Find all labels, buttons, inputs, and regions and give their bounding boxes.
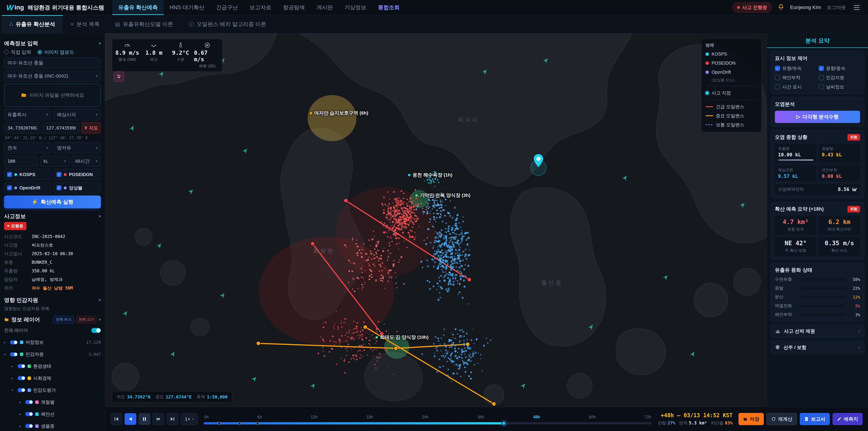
layer-row-seasonal[interactable]: ▸계절별 (4, 397, 101, 407)
layer-toggle[interactable] (25, 412, 33, 416)
polygon-analysis-button[interactable]: ▷다각형 분석수행 (775, 111, 860, 123)
layers-all-off-button[interactable]: 전체 끄기 (76, 316, 96, 324)
timeline-track[interactable] (204, 422, 652, 425)
collapse-icon[interactable]: ▾ (12, 388, 16, 392)
checkbox-shoreline[interactable]: 해안부착 (775, 74, 816, 81)
timeline-event-marker[interactable] (256, 422, 259, 425)
layer-toggle[interactable] (18, 388, 25, 392)
amount-input[interactable] (4, 155, 38, 167)
nav-item-weather[interactable]: 기상정보 (339, 0, 372, 15)
owner-insurance-accordion[interactable]: 선주 / 보험› (771, 341, 864, 354)
incident-select[interactable]: 여수 유조선 충돌 (INC-0042)▾ (4, 70, 101, 82)
collapse-icon[interactable]: ▾ (4, 352, 8, 356)
layer-row-eco[interactable]: ▸환경생태 (4, 361, 101, 371)
bell-icon[interactable] (778, 4, 784, 11)
tab-analysis-list[interactable]: ≡분석 목록 (63, 15, 107, 33)
checkbox-weather[interactable]: 날씨정보 (819, 84, 860, 90)
expand-icon[interactable]: ▸ (20, 412, 23, 416)
layer-row-species[interactable]: ▸생물종 (4, 421, 101, 431)
analysis-summary-tab[interactable]: 분석 요약 (767, 33, 868, 48)
duration-select[interactable]: 48시간▾ (72, 155, 101, 167)
master-layer-toggle[interactable] (91, 328, 101, 333)
pick-on-map-button[interactable]: 지도 (81, 122, 101, 133)
playback-speed-select[interactable]: 1×▾ (181, 413, 198, 425)
predict-section-header[interactable]: 예측정보 입력▾ (4, 40, 101, 47)
layer-toggle[interactable] (18, 376, 25, 380)
layers-all-on-button[interactable]: 전체 켜기 (53, 316, 74, 324)
model-toggle-ensemble[interactable]: ✓앙상블 (54, 182, 101, 193)
poi-tool-button[interactable] (114, 71, 124, 82)
radio-direct-input[interactable]: 직접 입력 (4, 49, 31, 55)
layer-toggle[interactable] (18, 364, 25, 368)
skip-end-button[interactable] (166, 413, 178, 425)
report-button[interactable]: 보고서 (800, 413, 830, 425)
layer-row-fishery[interactable]: ▸어장정보17,129 (4, 337, 101, 347)
recalculate-button[interactable]: 재계산 (767, 413, 797, 425)
checkbox-current[interactable]: ✓유향/유속 (775, 65, 816, 71)
user-name[interactable]: Eunjeong Kim (790, 4, 821, 10)
checkbox-wind[interactable]: ✓풍향/풍속 (819, 65, 860, 71)
timeline-tick[interactable]: 0h (204, 415, 209, 420)
pause-button[interactable] (138, 413, 150, 425)
layer-toggle[interactable] (10, 352, 18, 357)
step-back-button[interactable] (125, 413, 136, 425)
radio-image-upload[interactable]: 이미지 업로드 (37, 49, 74, 55)
tab-boom-theory[interactable]: ⓘ오일펜스 배치 알고리즘 이론 (181, 15, 274, 33)
skip-start-button[interactable] (111, 413, 122, 425)
timeline-tick[interactable]: 18h (366, 415, 373, 420)
unit-select[interactable]: kL▾ (40, 155, 69, 167)
timeline-tick[interactable]: 6h (257, 415, 262, 420)
logout-link[interactable]: 로그아웃 (827, 4, 846, 11)
sensitive-section-header[interactable]: 영향 민감자원▾ (4, 297, 101, 304)
timeline-tick[interactable]: 36h (477, 415, 485, 420)
vessel-spec-accordion[interactable]: 사고 선박 제원› (771, 325, 864, 338)
expand-icon[interactable]: ▸ (4, 341, 8, 344)
expand-icon[interactable]: ▸ (12, 376, 16, 380)
expand-icon[interactable]: ▸ (20, 400, 23, 404)
timeline-event-marker[interactable] (238, 422, 241, 425)
nav-item-integrated[interactable]: 통합조회 (372, 0, 405, 15)
tab-spread-analysis[interactable]: ∴유출유 확산분석 (2, 15, 63, 33)
timeline-event-marker[interactable] (218, 422, 221, 425)
incident-section-header[interactable]: 사고정보▾ (4, 213, 101, 220)
layer-row-coastline[interactable]: ▸해안선 (4, 409, 101, 419)
nav-item-hns[interactable]: HNS·대기확산 (164, 0, 211, 15)
timeline-tick[interactable]: 72h (645, 415, 651, 420)
nav-item-aerial[interactable]: 항공탐색 (277, 0, 311, 15)
nav-item-oil-spread[interactable]: 유출유 확산예측 (112, 0, 164, 15)
expand-icon[interactable]: ▸ (20, 424, 23, 428)
incident-status-badge[interactable]: 사고 진행중 (733, 2, 772, 13)
layer-row-sensitivity[interactable]: ▾민감도평가 (4, 385, 101, 395)
time-select[interactable]: 예상시각▾ (54, 109, 101, 120)
timeline-tick[interactable]: 12h (311, 415, 318, 420)
checkbox-sensitive[interactable]: 민감자원 (819, 74, 860, 81)
company-select[interactable]: 유출회사▾ (4, 109, 51, 120)
timeline-tick[interactable]: 24h (422, 415, 429, 420)
nav-item-board[interactable]: 게시판 (311, 0, 339, 15)
tab-model-theory[interactable]: ▤유출유확산모델 이론 (107, 15, 181, 33)
latitude-input[interactable] (4, 122, 40, 133)
nav-item-reports[interactable]: 보고자료 (244, 0, 277, 15)
fast-forward-button[interactable] (153, 413, 164, 425)
prediction-button[interactable]: 예측치 (833, 413, 863, 425)
longitude-input[interactable] (43, 122, 79, 133)
incident-name-input[interactable] (4, 57, 101, 68)
map-canvas[interactable]: 여자만 습지보호구역 (6h)웅천 해수욕장 (1h)가막만 전복 양식장 (3… (105, 33, 767, 407)
incident-pin[interactable] (532, 153, 544, 169)
checkbox-time[interactable]: 시간 표시 (775, 84, 816, 90)
timeline-tick[interactable]: 60h (589, 415, 596, 420)
layer-row-socio[interactable]: ▸사회경제 (4, 373, 101, 383)
layer-toggle[interactable] (25, 424, 33, 428)
timeline[interactable]: 0h6h12h18h24h36h48h60h72h (204, 414, 652, 425)
timeline-tick[interactable]: 48h (533, 415, 540, 420)
model-toggle-opendrift[interactable]: ✓OpenDrift (4, 182, 51, 193)
model-toggle-kosps[interactable]: ✓KOSPS (4, 169, 51, 180)
timeline-handle[interactable] (502, 421, 506, 426)
nav-item-rescue[interactable]: 긴급구난 (210, 0, 244, 15)
image-upload-dropzone[interactable]: 이미지 파일을 선택하세요 (4, 84, 101, 107)
layer-toggle[interactable] (10, 340, 18, 344)
oil-type-select[interactable]: 벙커유▾ (54, 142, 101, 153)
layer-toggle[interactable] (25, 400, 33, 404)
layer-row-sensitive[interactable]: ▾민감자원3,947 (4, 349, 101, 359)
run-prediction-button[interactable]: ⚡확산예측 실행 (4, 195, 101, 208)
